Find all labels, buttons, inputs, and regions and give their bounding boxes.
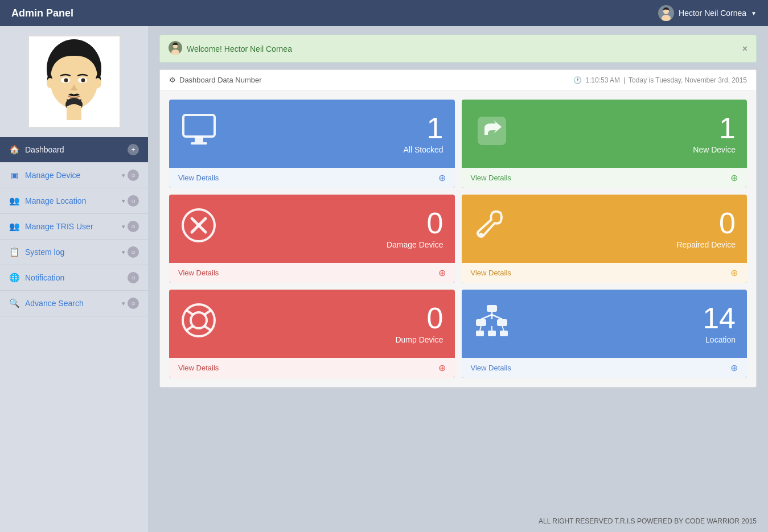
lifebuoy-icon — [180, 302, 217, 346]
card-footer-damage-device[interactable]: View Details ⊕ — [169, 263, 455, 283]
card-label-damage-device: Damage Device — [387, 240, 443, 249]
card-footer-all-stocked[interactable]: View Details ⊕ — [169, 168, 455, 188]
sidebar-item-manage-tris-user[interactable]: 👥 Manage TRIS User ▾ ○ — [0, 214, 148, 240]
sidebar-arrows-manage-device: ▾ — [122, 172, 125, 179]
gear-icon: ⚙ — [169, 76, 176, 84]
sidebar-arrows-system-log: ▾ — [122, 249, 125, 256]
avatar-svg — [34, 38, 114, 126]
card-repaired-device: 0 Repaired Device View Details ⊕ — [462, 195, 748, 283]
sidebar-item-notification[interactable]: 🌐 Notification ○ — [0, 265, 148, 291]
card-label-dump-device: Dump Device — [395, 335, 443, 344]
dashboard-header-left: ⚙ Dashboard Data Number — [169, 76, 262, 84]
svg-point-24 — [479, 233, 483, 236]
card-label-new-device: New Device — [693, 145, 736, 154]
sidebar-circle-advance-search: ○ — [128, 298, 139, 309]
sidebar-item-manage-device[interactable]: ▣ Manage Device ▾ ○ — [0, 163, 148, 188]
search-icon: 🔍 — [9, 298, 19, 308]
cards-grid: 1 All Stocked View Details ⊕ — [160, 90, 756, 387]
sidebar-label-dashboard: Dashboard — [25, 145, 128, 154]
sidebar-circle-system-log: ○ — [128, 246, 139, 258]
arrow-circle-icon-damage-device: ⊕ — [438, 267, 446, 278]
svg-point-25 — [183, 304, 215, 336]
card-stats-location: 14 Location — [703, 303, 736, 344]
sidebar-circle-notification: ○ — [128, 272, 139, 283]
navbar-dropdown-arrow: ▼ — [751, 10, 757, 17]
card-stats-damage-device: 0 Damage Device — [387, 208, 443, 249]
arrow-circle-icon-new-device: ⊕ — [730, 172, 738, 183]
sidebar-item-advance-search[interactable]: 🔍 Advance Search ▾ ○ — [0, 291, 148, 316]
sidebar-circle-manage-location: ○ — [128, 195, 139, 207]
svg-line-28 — [204, 310, 211, 315]
svg-point-26 — [191, 312, 207, 328]
main-content: Welcome! Hector Neil Cornea × ⚙ Dashboar… — [148, 26, 768, 510]
view-details-label-location: View Details — [471, 364, 511, 372]
sidebar-arrows-advance-search: ▾ — [122, 300, 125, 307]
card-body-damage-device: 0 Damage Device — [169, 195, 455, 263]
sidebar-label-notification: Notification — [25, 273, 125, 282]
monitor-icon — [180, 112, 217, 156]
card-footer-repaired-device[interactable]: View Details ⊕ — [462, 263, 748, 283]
card-body-all-stocked: 1 All Stocked — [169, 100, 455, 168]
welcome-left: Welcome! Hector Neil Cornea — [169, 41, 292, 56]
card-number-location: 14 — [703, 303, 736, 333]
sidebar-circle-manage-tris: ○ — [128, 221, 139, 232]
clock-icon: 🕐 — [573, 76, 582, 84]
card-label-all-stocked: All Stocked — [403, 145, 443, 154]
navbar-brand: Admin Panel — [11, 7, 73, 19]
view-details-label-damage-device: View Details — [178, 269, 219, 277]
card-stats-dump-device: 0 Dump Device — [395, 303, 443, 344]
navbar-username: Hector Neil Cornea — [679, 9, 746, 18]
card-body-new-device: 1 New Device — [462, 100, 748, 168]
card-footer-location[interactable]: View Details ⊕ — [462, 358, 748, 378]
sidebar-arrows-manage-location: ▾ — [122, 197, 125, 205]
sidebar-item-dashboard[interactable]: 🏠 Dashboard + — [0, 137, 148, 163]
svg-point-9 — [64, 79, 68, 83]
dashboard-date: Today is Tuesday, November 3rd, 2015 — [629, 76, 747, 84]
sidebar-item-system-log[interactable]: 📋 System log ▾ ○ — [0, 240, 148, 265]
view-details-label-dump-device: View Details — [178, 364, 219, 372]
main-wrapper: Welcome! Hector Neil Cornea × ⚙ Dashboar… — [148, 26, 768, 532]
dashboard-panel: ⚙ Dashboard Data Number 🕐 1:10:53 AM | T… — [159, 69, 757, 387]
sidebar-circle-manage-device: ○ — [128, 170, 139, 181]
wrench-icon — [473, 207, 510, 251]
tris-user-icon: 👥 — [9, 221, 19, 232]
navbar-user[interactable]: Hector Neil Cornea ▼ — [658, 5, 757, 21]
footer-text: ALL RIGHT RESERVED T.R.I.S POWERED BY CO… — [539, 517, 757, 525]
card-footer-dump-device[interactable]: View Details ⊕ — [169, 358, 455, 378]
svg-rect-39 — [500, 331, 508, 336]
svg-rect-31 — [487, 305, 497, 312]
arrow-circle-icon-repaired-device: ⊕ — [730, 267, 738, 278]
user-avatar-icon — [658, 5, 674, 21]
welcome-close-button[interactable]: × — [742, 44, 748, 54]
sidebar-item-manage-location[interactable]: 👥 Manage Location ▾ ○ — [0, 188, 148, 214]
card-body-dump-device: 0 Dump Device — [169, 290, 455, 358]
sidebar-label-manage-device: Manage Device — [25, 171, 122, 180]
svg-line-36 — [492, 315, 502, 319]
view-details-label-new-device: View Details — [471, 174, 511, 182]
dashboard-separator: | — [623, 76, 625, 84]
dashboard-time: 1:10:53 AM — [585, 76, 620, 84]
svg-rect-33 — [497, 319, 507, 326]
sidebar-arrows-manage-tris: ▾ — [122, 223, 125, 230]
card-label-repaired-device: Repaired Device — [677, 240, 736, 249]
arrow-circle-icon-dump-device: ⊕ — [438, 362, 446, 373]
sidebar-label-manage-tris-user: Manage TRIS User — [25, 222, 122, 231]
svg-line-41 — [502, 326, 504, 331]
card-footer-new-device[interactable]: View Details ⊕ — [462, 168, 748, 188]
sidebar-avatar — [27, 35, 121, 129]
sidebar-plus-dashboard[interactable]: + — [128, 144, 139, 155]
card-stats-all-stocked: 1 All Stocked — [403, 113, 443, 154]
x-circle-icon — [180, 207, 217, 251]
card-body-location: 14 Location — [462, 290, 748, 358]
svg-rect-19 — [191, 142, 207, 145]
sidebar: 🏠 Dashboard + ▣ Manage Device ▾ ○ 👥 Mana… — [0, 26, 148, 532]
card-label-location: Location — [703, 335, 736, 344]
navbar: Admin Panel Hector Neil Cornea ▼ — [0, 0, 768, 26]
svg-rect-32 — [476, 319, 486, 326]
page-footer: ALL RIGHT RESERVED T.R.I.S POWERED BY CO… — [148, 510, 768, 532]
sidebar-label-advance-search: Advance Search — [25, 299, 122, 308]
svg-point-6 — [95, 78, 101, 88]
view-details-label-all-stocked: View Details — [178, 174, 219, 182]
svg-line-35 — [481, 315, 492, 319]
card-number-new-device: 1 — [693, 113, 736, 143]
